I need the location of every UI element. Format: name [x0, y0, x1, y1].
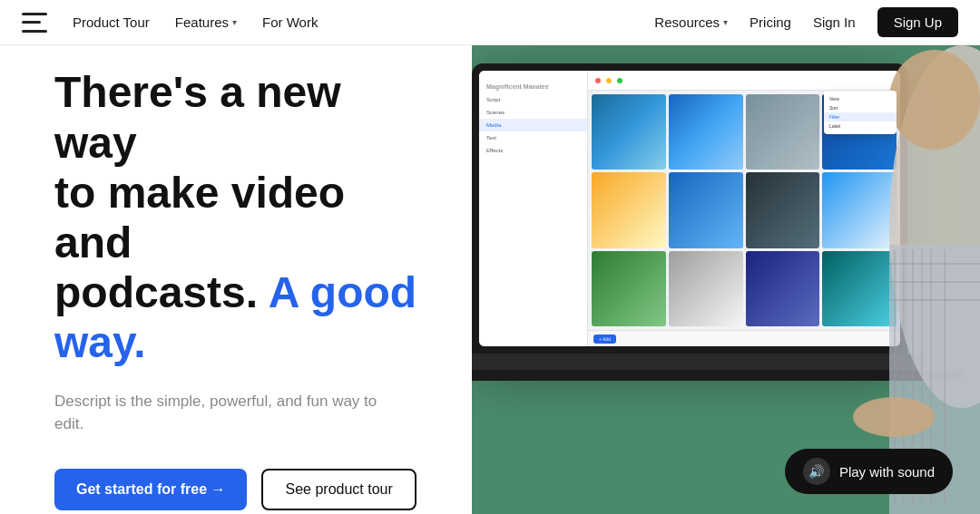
sidebar-item-script[interactable]: Script [479, 93, 587, 106]
nav-product-tour[interactable]: Product Tour [73, 15, 150, 30]
app-sidebar: Magnificent Manatee Script Scenes Media [479, 71, 588, 346]
resources-chevron-icon: ▾ [723, 17, 728, 27]
toolbar-maximize-dot [617, 78, 622, 83]
logo-icon[interactable] [22, 13, 47, 33]
see-product-tour-button[interactable]: See product tour [261, 469, 416, 510]
nav-features[interactable]: Features ▾ [175, 15, 237, 30]
nav-for-work[interactable]: For Work [262, 15, 318, 30]
navbar-right: Resources ▾ Pricing Sign In Sign Up [654, 7, 958, 37]
media-thumb-2[interactable] [669, 94, 743, 170]
nav-pricing[interactable]: Pricing [750, 15, 791, 30]
sidebar-item-media[interactable]: Media [479, 119, 587, 131]
svg-rect-10 [889, 281, 980, 283]
svg-rect-11 [889, 299, 980, 301]
features-chevron-icon: ▾ [232, 17, 237, 27]
get-started-button[interactable]: Get started for free → [54, 469, 247, 510]
hero-accent: A good [269, 268, 417, 316]
sidebar-project-name: Magnificent Manatee [479, 78, 587, 93]
media-thumb-1[interactable] [592, 94, 666, 170]
signup-button[interactable]: Sign Up [877, 7, 958, 37]
popup-label[interactable]: Label [824, 121, 897, 131]
sound-icon: 🔊 [803, 458, 830, 485]
app-add-button[interactable]: + Add [593, 335, 616, 344]
main-content: There's a new way to make video and podc… [0, 45, 980, 514]
hero-accent-2: way. [54, 318, 146, 366]
hero-visual: Magnificent Manatee Script Scenes Media [472, 45, 980, 514]
navbar-left: Product Tour Features ▾ For Work [22, 13, 318, 33]
sidebar-item-scenes[interactable]: Scenes [479, 106, 587, 119]
media-thumb-9[interactable] [592, 251, 666, 326]
sidebar-item-text[interactable]: Text [479, 131, 587, 144]
navbar: Product Tour Features ▾ For Work Resourc… [0, 0, 980, 45]
sidebar-item-effects[interactable]: Effects [479, 144, 587, 157]
svg-point-12 [853, 397, 935, 437]
hero-subtext: Descript is the simple, powerful, and fu… [54, 390, 399, 436]
media-thumb-10[interactable] [669, 251, 743, 326]
cta-buttons: Get started for free → See product tour [54, 469, 426, 510]
toolbar-close-dot [595, 78, 601, 83]
toolbar-minimize-dot [606, 78, 612, 83]
hero-section: There's a new way to make video and podc… [0, 45, 472, 514]
app-popup-menu: View Sort Filter Label [824, 91, 897, 134]
hero-heading: There's a new way to make video and podc… [54, 67, 426, 367]
popup-view[interactable]: View [824, 94, 897, 103]
play-sound-label: Play with sound [839, 464, 935, 480]
media-thumb-6[interactable] [669, 172, 743, 247]
nav-sign-in[interactable]: Sign In [813, 15, 856, 30]
nav-resources[interactable]: Resources ▾ [654, 15, 728, 30]
popup-filter[interactable]: Filter [824, 112, 897, 121]
popup-sort[interactable]: Sort [824, 103, 897, 112]
media-thumb-5[interactable] [592, 172, 666, 247]
svg-rect-9 [889, 263, 980, 265]
svg-point-1 [889, 50, 980, 150]
play-with-sound-button[interactable]: 🔊 Play with sound [785, 449, 953, 494]
